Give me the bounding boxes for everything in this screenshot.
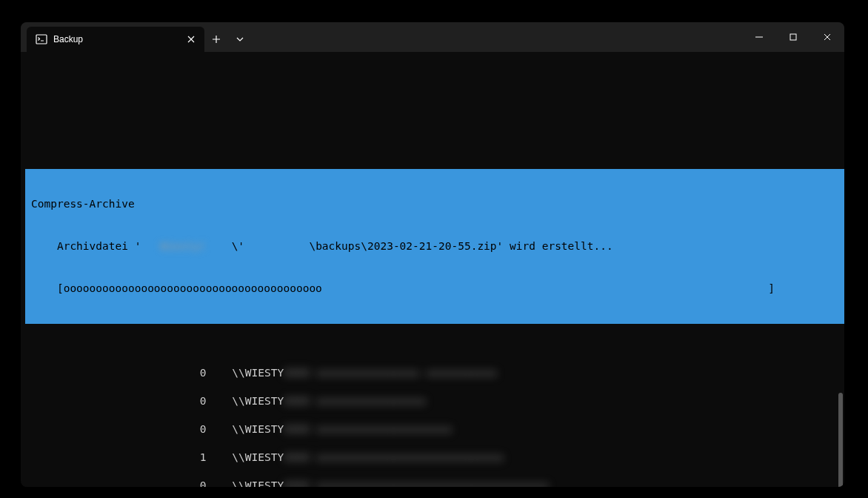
tab-dropdown-button[interactable] bbox=[228, 27, 252, 52]
progress-title: Compress-Archive bbox=[25, 197, 844, 211]
tab-backup[interactable]: Backup bbox=[27, 27, 204, 52]
minimize-button[interactable] bbox=[742, 22, 776, 52]
window-close-button[interactable] bbox=[810, 22, 844, 52]
terminal-output[interactable]: Compress-Archive Archivdatei ' Wiesty( \… bbox=[21, 52, 844, 487]
maximize-button[interactable] bbox=[776, 22, 810, 52]
titlebar: Backup bbox=[21, 22, 844, 52]
terminal-window: Backup Compress-Archive bbox=[21, 22, 844, 487]
tab-close-button[interactable] bbox=[184, 32, 198, 47]
progress-bar: [ooooooooooooooooooooooooooooooooooooooo… bbox=[25, 282, 844, 296]
svg-rect-0 bbox=[36, 35, 47, 44]
tab-title: Backup bbox=[53, 34, 178, 44]
terminal-icon bbox=[36, 33, 47, 45]
new-tab-button[interactable] bbox=[204, 27, 228, 52]
progress-status: Archivdatei ' Wiesty( \' \backups\2023-0… bbox=[25, 239, 844, 253]
window-controls bbox=[742, 22, 844, 52]
progress-banner: Compress-Archive Archivdatei ' Wiesty( \… bbox=[25, 169, 844, 324]
svg-rect-3 bbox=[790, 34, 796, 40]
scrollbar-thumb[interactable] bbox=[838, 393, 843, 487]
terminal-listing: 0 \\WIESTYXXXX xxxxxxxxxxxxxxxx xxxxxxxx… bbox=[25, 352, 844, 487]
